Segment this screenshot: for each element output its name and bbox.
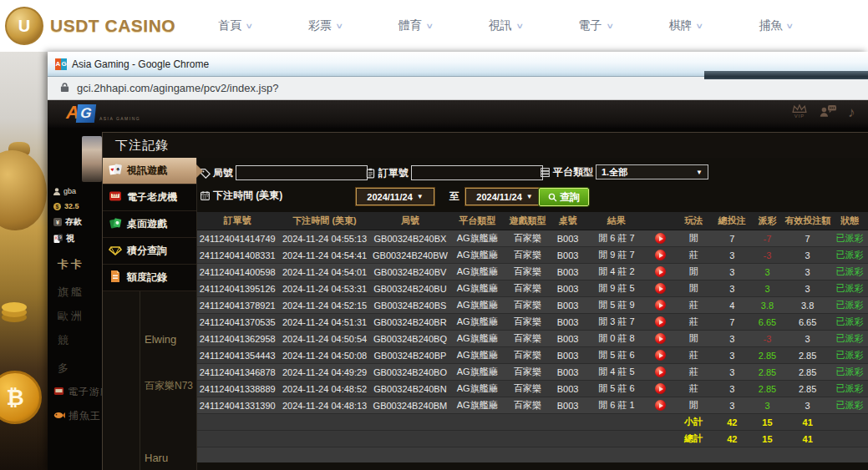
to-label: 至 <box>449 190 459 204</box>
column-header: 平台類型 <box>449 212 505 230</box>
cell-valid: 3 <box>784 280 831 297</box>
game-no-input[interactable] <box>236 165 368 180</box>
url-text[interactable]: gci.2hhapi.com/agingame/pcv2/index.jsp? <box>77 82 278 94</box>
replay-button[interactable] <box>655 300 666 311</box>
cell-side: 閒 <box>673 397 713 414</box>
cell-platform: AG旗艦廳 <box>449 247 505 264</box>
cell-game: GB00324B240BM <box>372 397 449 414</box>
replay-button[interactable] <box>655 400 666 411</box>
cell-game: GB00324B240BU <box>372 280 449 297</box>
table-row: 2411240413544432024-11-24 04:50:08GB0032… <box>197 347 868 364</box>
cell-bet: 3 <box>713 331 750 347</box>
order-no-input[interactable] <box>411 165 543 180</box>
cell-status: 已派彩 <box>831 230 868 247</box>
vip-button[interactable]: VIP <box>791 104 808 119</box>
cell-gtype: 百家樂 <box>505 280 549 297</box>
cell-side: 閒 <box>673 280 713 297</box>
cell-tableno: B003 <box>550 247 586 264</box>
search-button[interactable]: 查詢 <box>539 188 589 206</box>
casino-header: U USDT CASINO 首頁∨彩票∨體育∨視訊∨電子∨棋牌∨捕魚∨ <box>0 0 868 52</box>
cell-result: 閒 5 莊 6 <box>586 347 647 364</box>
menu-item-2[interactable]: 777電子老虎機 <box>103 184 196 211</box>
platform-type-select[interactable]: 1.全部 ▼ <box>596 164 708 179</box>
cell-order: 241124041346878 <box>197 364 277 381</box>
total-row: 總計421541 <box>197 431 868 447</box>
cell-time: 2024-11-24 04:54:41 <box>277 247 371 264</box>
cell-replay <box>647 297 673 314</box>
chevron-down-icon: ∨ <box>606 22 614 30</box>
replay-button[interactable] <box>655 383 666 394</box>
column-header: 結果 <box>586 212 647 230</box>
menu-item-4[interactable]: 積分查詢 <box>103 238 196 265</box>
lock-icon[interactable] <box>60 81 69 96</box>
date-from-select[interactable]: 2024/11/24 ▼ <box>356 188 434 205</box>
nav-item-1[interactable]: 首頁∨ <box>218 18 252 33</box>
date-to-select[interactable]: 2024/11/24 ▼ <box>465 188 544 205</box>
ag-logo-g: G <box>76 104 96 123</box>
lobby-tab-label: 競 <box>58 333 71 348</box>
chevron-down-icon: ▼ <box>526 193 533 200</box>
bet-time-label: 下注時間 (美東) <box>200 189 282 203</box>
cell-bet: 3 <box>713 280 750 297</box>
background-window-strip <box>704 71 868 79</box>
records-table: 訂單號下注時間 (美東)局號平台類型遊戲類型桌號結果玩法總投注派彩有效投注額狀態… <box>197 212 868 447</box>
cell-order: 241124041338889 <box>197 381 277 397</box>
cell-game: GB00324B240BV <box>372 264 449 280</box>
address-bar[interactable]: gci.2hhapi.com/agingame/pcv2/index.jsp? <box>48 77 868 100</box>
play-icon <box>659 353 663 358</box>
nav-item-5[interactable]: 電子∨ <box>579 18 613 33</box>
play-icon <box>659 286 663 291</box>
table-row: 2411240413951262024-11-24 04:53:31GB0032… <box>197 280 868 297</box>
play-icon <box>659 403 663 408</box>
summary-label: 小計 <box>673 414 713 431</box>
replay-button[interactable] <box>655 350 666 361</box>
cell-replay <box>647 264 673 280</box>
replay-button[interactable] <box>655 266 666 277</box>
replay-button[interactable] <box>655 366 666 377</box>
cell-order: 241124041408331 <box>197 247 277 264</box>
cell-platform: AG旗艦廳 <box>449 264 505 280</box>
deposit-row[interactable]: ¥ 存款 <box>53 216 82 228</box>
nav-item-6[interactable]: 棋牌∨ <box>668 18 703 33</box>
cell-tableno: B003 <box>550 280 586 297</box>
menu-item-3[interactable]: 桌面遊戲 <box>103 211 196 238</box>
replay-button[interactable] <box>655 233 666 244</box>
cell-tableno: B003 <box>550 314 586 331</box>
fish-icon <box>53 411 65 422</box>
game-no-label: 局號 <box>200 166 233 180</box>
slot-icon <box>53 386 64 399</box>
cell-game: GB00324B240BP <box>372 347 449 364</box>
cell-platform: AG旗艦廳 <box>449 280 505 297</box>
table-games-icon <box>109 216 122 232</box>
nav-item-2[interactable]: 彩票∨ <box>308 18 343 33</box>
menu-item-1[interactable]: ♥♠視訊遊戲 <box>103 158 196 184</box>
menu-item-5[interactable]: 額度記錄 <box>103 265 196 291</box>
nav-item-7[interactable]: 捕魚∨ <box>759 18 793 33</box>
cell-status: 已派彩 <box>831 331 868 347</box>
replay-button[interactable] <box>655 333 666 344</box>
cell-replay <box>647 247 673 264</box>
cell-game: GB00324B240BX <box>372 230 449 247</box>
cell-order: 241124041400598 <box>197 264 277 280</box>
order-no-label: 訂單號 <box>365 166 409 180</box>
crown-icon <box>791 104 808 114</box>
music-note-icon[interactable]: ♪ <box>848 104 855 121</box>
column-header: 派彩 <box>750 212 784 230</box>
replay-button[interactable] <box>655 283 666 294</box>
user-name-row: gba <box>53 187 76 195</box>
cell-valid: 3 <box>784 264 831 280</box>
replay-button[interactable] <box>655 250 666 260</box>
nav-item-3[interactable]: 體育∨ <box>398 18 433 33</box>
lobby-game-label: 電子游戲 <box>53 385 102 399</box>
video-tab-row[interactable]: K9 視 <box>53 233 74 245</box>
replay-button[interactable] <box>655 316 666 327</box>
cell-time: 2024-11-24 04:55:13 <box>277 230 371 247</box>
cell-order: 241124041414749 <box>197 230 277 247</box>
cell-valid: 2.85 <box>784 381 831 397</box>
customer-service-icon[interactable] <box>819 104 837 120</box>
cell-bet: 3 <box>713 247 750 264</box>
nav-item-4[interactable]: 視訊∨ <box>489 18 523 33</box>
chevron-down-icon: ∨ <box>515 22 524 30</box>
cell-order: 241124041378921 <box>197 297 277 314</box>
chevron-down-icon: ∨ <box>245 22 253 30</box>
